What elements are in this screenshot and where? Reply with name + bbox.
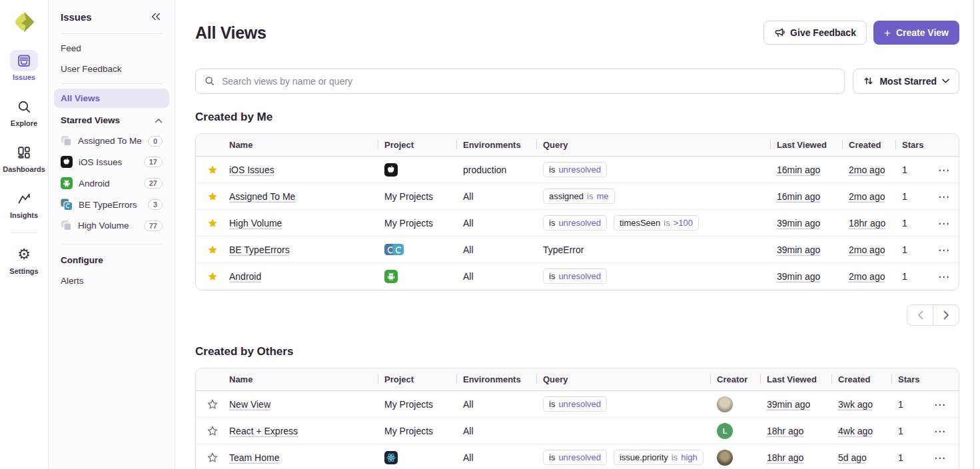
starred-view-assigned-to-me[interactable]: Assigned To Me 0 [54,131,169,151]
star-toggle[interactable] [207,271,218,282]
row-overflow-menu[interactable]: ⋯ [935,162,952,178]
star-toggle[interactable] [207,165,218,175]
query-token: issue.priorityishigh [614,450,704,465]
created-by-me-table: Name Project Environments Query Last Vie… [195,133,959,290]
sentry-logo[interactable] [11,9,37,35]
created-value: 3wk ago [838,399,873,410]
rail-item-insights[interactable]: Insights [10,188,38,219]
search-box[interactable] [195,69,845,94]
page-title: All Views [195,23,266,43]
row-overflow-menu[interactable]: ⋯ [931,423,948,439]
creator-avatar [717,450,733,466]
created-value: 2mo ago [849,271,885,282]
table-row[interactable]: New View My Projects All isunresolved 39… [196,391,959,418]
row-overflow-menu[interactable]: ⋯ [935,242,952,258]
last-viewed-value: 18hr ago [767,426,803,436]
environments-value: All [463,399,474,410]
query-token: isunresolved [543,268,607,284]
starred-views-title: Starred Views [61,115,120,125]
sidebar-item-alerts[interactable]: Alerts [54,271,169,290]
row-overflow-menu[interactable]: ⋯ [935,189,952,205]
table-row[interactable]: React + Express My Projects All L 18hr a… [196,418,959,444]
rail-label: Issues [13,73,35,81]
stars-count: 1 [902,271,907,282]
view-name-link[interactable]: Android [229,271,261,282]
query-plain-text: TypeError [543,244,584,255]
star-toggle[interactable] [207,218,218,229]
stars-count: 1 [898,426,903,436]
table-row[interactable]: Team Home All isunresolved issue.priorit… [196,444,959,469]
star-toggle[interactable] [207,191,218,202]
query-token: isunresolved [543,396,607,412]
sort-dropdown[interactable]: Most Starred [853,69,959,94]
column-header-menu [929,134,959,157]
search-input[interactable] [221,75,835,87]
starred-view-android[interactable]: Android 27 [54,173,169,194]
rail-item-settings[interactable]: ⚙ Settings [9,244,38,275]
view-name-link[interactable]: iOS Issues [229,165,274,175]
rail-item-explore[interactable]: Explore [10,96,38,127]
chevron-down-icon [942,79,949,83]
row-overflow-menu[interactable]: ⋯ [931,450,948,466]
project-value: My Projects [384,218,433,229]
scrollbar-track[interactable] [973,0,974,469]
query-token: isunresolved [543,450,607,465]
column-header-project: Project [378,134,456,157]
table-row[interactable]: High Volume My Projects All isunresolved… [196,210,959,236]
view-name-link[interactable]: High Volume [229,218,282,229]
column-header-creator: Creator [710,368,760,391]
count-badge: 77 [144,221,163,231]
starred-view-label: High Volume [78,221,129,231]
row-overflow-menu[interactable]: ⋯ [935,215,952,231]
rail-item-dashboards[interactable]: Dashboards [3,142,45,173]
stars-count: 1 [898,399,903,410]
star-toggle[interactable] [207,452,218,463]
star-toggle[interactable] [207,426,218,436]
query-token: timesSeenis>100 [614,215,699,231]
stars-count: 1 [898,452,903,463]
divider [61,33,163,34]
row-overflow-menu[interactable]: ⋯ [931,396,948,412]
view-name-link[interactable]: BE TypeErrors [229,244,290,255]
previous-page-button[interactable] [907,304,933,326]
starred-view-label: iOS Issues [79,157,122,167]
rail-item-issues[interactable]: Issues [10,50,38,81]
starred-view-high-volume[interactable]: High Volume 77 [54,215,169,236]
starred-view-be-typeerrors[interactable]: BE TypeErrors 3 [54,194,169,215]
row-overflow-menu[interactable]: ⋯ [935,268,952,284]
stars-count: 1 [902,191,907,202]
configure-section-header: Configure [54,248,169,270]
last-viewed-value: 39min ago [767,399,810,410]
table-row[interactable]: iOS Issues production isunresolved 16min… [196,157,959,183]
column-header-created: Created [842,134,895,157]
column-header-star [196,368,223,391]
starred-view-ios-issues[interactable]: iOS Issues 17 [54,151,169,173]
table-row[interactable]: Android All isunresolved 39min ago 2mo a… [196,263,959,290]
sidebar-item-all-views[interactable]: All Views [54,89,169,108]
sidebar-item-feed[interactable]: Feed [54,39,169,58]
app-rail: Issues Explore Dashboards Insights [0,0,49,469]
column-header-project: Project [378,368,456,391]
column-header-last-viewed: Last Viewed [770,134,842,157]
starred-views-section-toggle[interactable]: Starred Views [54,109,169,131]
star-toggle[interactable] [207,399,218,410]
view-name-link[interactable]: Team Home [229,452,279,463]
project-value: My Projects [384,399,433,410]
star-toggle[interactable] [207,244,218,255]
environments-value: All [463,452,474,463]
all-views-page: All Views Give Feedback + Create View [175,0,980,469]
create-view-button[interactable]: + Create View [873,21,959,45]
table-row[interactable]: BE TypeErrors All TypeError 39min ago 2m… [196,236,959,263]
count-badge: 3 [148,199,163,210]
next-page-button[interactable] [933,304,959,326]
view-name-link[interactable]: React + Express [229,426,298,436]
give-feedback-button[interactable]: Give Feedback [763,21,867,45]
collapse-sidebar-button[interactable] [149,11,163,23]
table-row[interactable]: Assigned To Me My Projects All assignedi… [196,183,959,210]
view-name-link[interactable]: New View [229,399,270,410]
view-name-link[interactable]: Assigned To Me [229,191,295,202]
count-badge: 0 [148,136,163,147]
environments-value: production [463,165,506,175]
android-icon [384,270,398,283]
sidebar-item-user-feedback[interactable]: User Feedback [54,59,169,79]
